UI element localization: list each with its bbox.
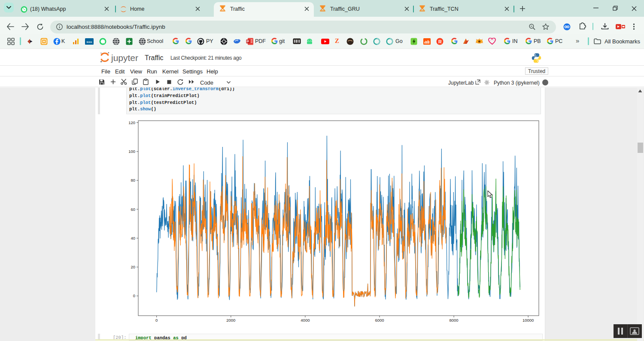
svg-text:8000: 8000 (450, 318, 459, 323)
svg-text:40: 40 (131, 236, 135, 241)
svg-text:10000: 10000 (522, 318, 534, 323)
svg-text:6000: 6000 (375, 318, 384, 323)
svg-text:0: 0 (133, 293, 135, 298)
svg-text:20: 20 (131, 265, 135, 269)
svg-text:100: 100 (128, 149, 135, 154)
svg-text:2000: 2000 (226, 318, 235, 323)
svg-text:4000: 4000 (301, 318, 310, 323)
svg-text:80: 80 (131, 178, 135, 183)
svg-text:60: 60 (131, 207, 135, 212)
svg-text:120: 120 (128, 120, 135, 125)
svg-text:0: 0 (155, 318, 158, 323)
